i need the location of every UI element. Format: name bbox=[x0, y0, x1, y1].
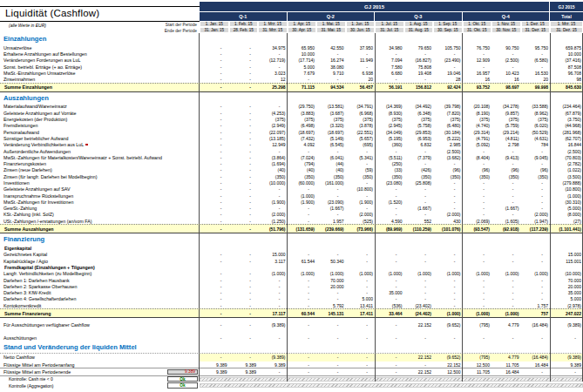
value-cell[interactable]: (34.492) bbox=[404, 104, 434, 109]
section-title[interactable]: Finanzierung bbox=[0, 235, 200, 243]
value-cell[interactable]: (350) bbox=[316, 174, 346, 179]
value-cell[interactable]: - bbox=[200, 64, 229, 70]
value-cell[interactable]: - bbox=[229, 51, 259, 57]
value-cell[interactable]: (25.808) bbox=[404, 180, 434, 186]
value-cell[interactable]: - bbox=[375, 278, 404, 283]
value-cell[interactable]: 50.340 bbox=[316, 259, 346, 264]
value-cell[interactable]: - bbox=[316, 186, 346, 192]
value-cell[interactable]: - bbox=[375, 322, 404, 328]
value-cell[interactable]: (73.966) bbox=[346, 226, 376, 232]
value-cell[interactable]: - bbox=[433, 161, 463, 166]
value-cell[interactable]: - bbox=[229, 354, 259, 362]
value-cell[interactable]: (6.020) bbox=[521, 123, 551, 128]
value-cell[interactable]: (34.049) bbox=[375, 130, 404, 135]
total-cell[interactable]: (9.389) bbox=[550, 354, 583, 362]
value-cell[interactable]: - bbox=[200, 186, 229, 192]
value-cell[interactable]: - bbox=[200, 51, 229, 57]
total-cell[interactable]: 98 bbox=[550, 77, 583, 82]
value-cell[interactable]: - bbox=[463, 64, 492, 70]
value-cell[interactable]: - bbox=[404, 149, 434, 154]
value-cell[interactable]: 16 bbox=[463, 77, 492, 82]
value-cell[interactable]: - bbox=[200, 322, 229, 328]
value-cell[interactable]: (1.900) bbox=[346, 199, 376, 205]
value-cell[interactable]: - bbox=[229, 45, 259, 51]
value-cell[interactable]: (44) bbox=[316, 161, 346, 166]
total-cell[interactable]: (62.707) bbox=[550, 136, 583, 141]
value-cell[interactable]: - bbox=[316, 354, 346, 362]
value-cell[interactable]: (1.667) bbox=[404, 206, 434, 211]
row-label[interactable]: Außerordentliche Aufwendungen bbox=[0, 149, 200, 154]
value-cell[interactable]: (1.000) bbox=[258, 271, 288, 276]
value-cell[interactable]: (3.883) bbox=[288, 111, 317, 116]
value-cell[interactable]: - bbox=[288, 77, 317, 82]
section-title[interactable]: Auszahlungen bbox=[0, 94, 200, 102]
total-cell[interactable]: (1.022) bbox=[550, 167, 583, 172]
value-cell[interactable]: - bbox=[229, 303, 259, 308]
value-cell[interactable]: (3.864) bbox=[258, 155, 288, 160]
value-cell[interactable]: (23.402) bbox=[404, 303, 434, 308]
value-cell[interactable]: (1.900) bbox=[288, 199, 317, 205]
value-cell[interactable]: - bbox=[521, 199, 551, 205]
value-cell[interactable]: - bbox=[375, 149, 404, 154]
value-cell[interactable]: 9.389 bbox=[229, 362, 259, 368]
value-cell[interactable]: (5.341) bbox=[346, 155, 376, 160]
value-cell[interactable]: 7.094 bbox=[375, 57, 404, 63]
value-cell[interactable]: - bbox=[229, 174, 259, 179]
value-cell[interactable]: (13.581) bbox=[316, 104, 346, 109]
value-cell[interactable]: - bbox=[463, 212, 492, 217]
value-cell[interactable]: - bbox=[433, 206, 463, 211]
value-cell[interactable]: - bbox=[346, 64, 376, 70]
value-cell[interactable]: - bbox=[346, 193, 376, 199]
value-cell[interactable]: - bbox=[288, 369, 317, 375]
value-cell[interactable]: - bbox=[346, 278, 376, 283]
value-cell[interactable]: - bbox=[258, 149, 288, 154]
value-cell[interactable]: - bbox=[200, 271, 229, 276]
value-cell[interactable]: 2.798 bbox=[491, 142, 521, 147]
value-cell[interactable]: - bbox=[491, 149, 521, 154]
value-cell[interactable]: - bbox=[229, 123, 259, 128]
value-cell[interactable]: - bbox=[229, 271, 259, 276]
value-cell[interactable]: (1.000) bbox=[433, 271, 463, 276]
value-cell[interactable]: (6.545) bbox=[316, 142, 346, 147]
value-cell[interactable]: 6.832 bbox=[404, 142, 434, 147]
total-cell[interactable]: (1.000) bbox=[550, 193, 583, 199]
value-cell[interactable]: 4.779 bbox=[491, 354, 521, 362]
row-label[interactable]: Geleistete Anzahlungen auf SAV bbox=[0, 186, 200, 192]
value-cell[interactable]: - bbox=[491, 335, 521, 341]
value-cell[interactable]: - bbox=[200, 284, 229, 289]
row-label[interactable]: Kontokorrentkredit bbox=[0, 303, 200, 308]
value-cell[interactable]: (60.000) bbox=[288, 180, 317, 186]
value-cell[interactable]: (5.759) bbox=[491, 123, 521, 128]
row-label[interactable]: Eigenkapital bbox=[0, 246, 200, 251]
value-cell[interactable]: (375) bbox=[463, 117, 492, 122]
value-cell[interactable]: - bbox=[521, 290, 551, 295]
total-cell[interactable]: 659.875 bbox=[550, 45, 583, 51]
value-cell[interactable]: - bbox=[521, 64, 551, 70]
value-cell[interactable]: - bbox=[258, 206, 288, 211]
value-cell[interactable]: - bbox=[521, 149, 551, 154]
value-cell[interactable]: - bbox=[288, 296, 317, 301]
value-cell[interactable]: 105.750 bbox=[433, 45, 463, 51]
value-cell[interactable]: - bbox=[200, 71, 229, 76]
value-cell[interactable]: (12.719) bbox=[258, 57, 288, 63]
start-date-cell[interactable]: 1. Apr. 15 bbox=[288, 21, 317, 27]
value-cell[interactable]: 9.389 bbox=[258, 362, 288, 368]
value-cell[interactable]: 2.985 bbox=[433, 142, 463, 147]
value-cell[interactable]: - bbox=[229, 111, 259, 116]
value-cell[interactable]: - bbox=[229, 180, 259, 186]
value-cell[interactable]: - bbox=[433, 284, 463, 289]
value-cell[interactable]: (350) bbox=[404, 174, 434, 179]
value-cell[interactable]: (375) bbox=[491, 117, 521, 122]
value-cell[interactable]: (1.000) bbox=[316, 271, 346, 276]
row-label[interactable]: Materialaufwand/Wareneinsatz bbox=[0, 104, 200, 109]
value-cell[interactable]: (2.000) bbox=[433, 212, 463, 217]
value-cell[interactable]: - bbox=[491, 64, 521, 70]
section-title[interactable]: Stand und Veränderung der liquiden Mitte… bbox=[0, 343, 200, 351]
value-cell[interactable]: - bbox=[375, 284, 404, 289]
value-cell[interactable]: - bbox=[288, 335, 317, 341]
value-cell[interactable]: (18.697) bbox=[288, 130, 317, 135]
value-cell[interactable]: - bbox=[288, 278, 317, 283]
value-cell[interactable]: 16.484 bbox=[491, 369, 521, 375]
value-cell[interactable]: - bbox=[375, 259, 404, 264]
value-cell[interactable]: 35.000 bbox=[375, 290, 404, 295]
